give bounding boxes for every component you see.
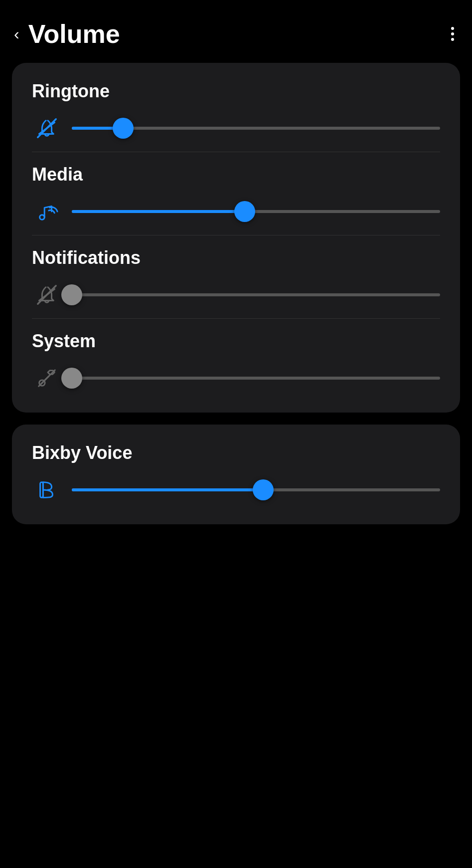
bixby-slider-row xyxy=(32,478,440,501)
header: ‹ Volume xyxy=(0,0,472,63)
notifications-label: Notifications xyxy=(32,247,440,268)
bixby-icon xyxy=(35,478,58,501)
divider-2 xyxy=(32,235,440,235)
system-icon-area xyxy=(32,367,62,390)
ringtone-muted-icon xyxy=(35,117,58,140)
notifications-slider[interactable] xyxy=(72,286,440,304)
system-label: System xyxy=(32,331,440,352)
ringtone-slider[interactable] xyxy=(72,119,440,137)
ringtone-label: Ringtone xyxy=(32,81,440,102)
bixby-card: Bixby Voice xyxy=(12,425,460,524)
back-button[interactable]: ‹ xyxy=(14,26,19,42)
more-options-button[interactable] xyxy=(451,24,454,44)
divider-3 xyxy=(32,318,440,319)
bixby-label: Bixby Voice xyxy=(32,442,440,463)
ringtone-section: Ringtone xyxy=(32,81,440,140)
notifications-icon-area xyxy=(32,283,62,306)
bixby-icon-area xyxy=(32,478,62,501)
notifications-slider-row xyxy=(32,283,440,306)
divider-1 xyxy=(32,152,440,152)
media-icon xyxy=(35,200,58,223)
media-label: Media xyxy=(32,164,440,185)
media-slider-row xyxy=(32,200,440,223)
system-icon xyxy=(35,367,58,390)
bixby-slider[interactable] xyxy=(72,481,440,499)
header-left: ‹ Volume xyxy=(14,19,120,49)
volume-card: Ringtone Media xyxy=(12,63,460,413)
media-icon-area xyxy=(32,200,62,223)
bixby-section: Bixby Voice xyxy=(32,442,440,501)
media-slider[interactable] xyxy=(72,203,440,220)
system-slider[interactable] xyxy=(72,369,440,387)
system-slider-row xyxy=(32,367,440,390)
media-section: Media xyxy=(32,164,440,223)
notifications-section: Notifications xyxy=(32,247,440,306)
notifications-muted-icon xyxy=(35,283,58,306)
ringtone-icon-area xyxy=(32,117,62,140)
ringtone-slider-row xyxy=(32,117,440,140)
system-section: System xyxy=(32,331,440,390)
page-title: Volume xyxy=(28,19,120,49)
